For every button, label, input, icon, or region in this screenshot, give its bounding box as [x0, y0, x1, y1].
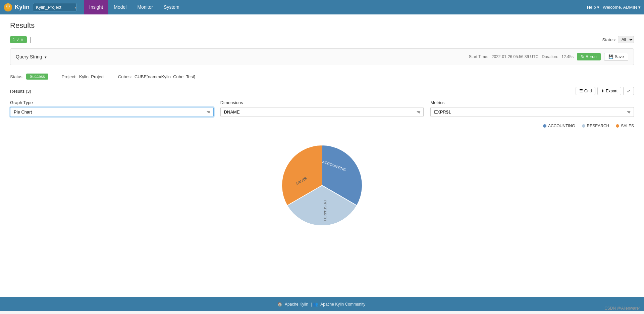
help-link[interactable]: Help ▾ [587, 5, 599, 10]
tab-1[interactable]: 1 ✓ ✕ [10, 36, 27, 43]
query-string-title[interactable]: Query String ▾ [16, 54, 47, 59]
legend-accounting: ACCOUNTING [543, 124, 575, 128]
chart-legend: ACCOUNTING RESEARCH SALES [10, 124, 634, 128]
status-badge: Success [26, 74, 48, 80]
navbar: Kylin Kylin_Project Insight Model Monito… [0, 0, 644, 14]
welcome-label: Welcome, ADMIN ▾ [603, 5, 641, 10]
export-button[interactable]: ⬆ Export [597, 87, 621, 95]
legend-research-dot [582, 124, 585, 128]
project-label: Project: [62, 74, 76, 79]
project-item: Project: Kylin_Project [62, 74, 105, 79]
footer: 🏠 Apache Kylin | 👥 Apache Kylin Communit… [0, 297, 644, 311]
svg-point-5 [9, 5, 10, 6]
nav-items: Insight Model Monitor System [84, 0, 185, 14]
graph-type-select[interactable]: Pie Chart [10, 107, 214, 117]
project-select[interactable]: Kylin_Project [33, 3, 76, 11]
chart-container: ACCOUNTING RESEARCH SALES [10, 132, 634, 239]
status-row: Status: Success Project: Kylin_Project C… [10, 70, 634, 83]
footer-home-icon: 🏠 [277, 302, 282, 307]
footer-apache-kylin-link[interactable]: Apache Kylin [285, 302, 308, 307]
rerun-button[interactable]: ↻ Rerun [577, 53, 601, 60]
metrics-label: Metrics [430, 100, 634, 105]
results-count-label: Results (3) [10, 89, 31, 94]
save-button[interactable]: 💾 Save [604, 53, 628, 61]
legend-accounting-dot [543, 124, 546, 128]
start-time-label: Start Time: [469, 54, 488, 59]
legend-research: RESEARCH [582, 124, 609, 128]
legend-research-label: RESEARCH [587, 124, 609, 128]
results-section-header: Results (3) ☰ Grid ⬆ Export ⤢ [10, 87, 634, 95]
graph-controls: Graph Type Pie Chart Dimensions DNAME Me… [10, 100, 634, 117]
cubes-item: Cubes: CUBE[name=Kylin_Cube_Test] [118, 74, 195, 79]
status-filter-label: Status: [602, 37, 616, 42]
footer-community-icon: 👥 [313, 302, 318, 307]
export-icon: ⬆ [601, 89, 604, 93]
graph-type-label: Graph Type [10, 100, 214, 105]
svg-point-4 [6, 5, 7, 6]
navbar-right: Help ▾ Welcome, ADMIN ▾ [587, 5, 641, 10]
query-arrow-icon: ▾ [45, 55, 47, 59]
status-item: Status: Success [10, 74, 48, 80]
project-value: Kylin_Project [79, 74, 105, 79]
pie-label-research: RESEARCH [323, 200, 327, 221]
nav-item-model[interactable]: Model [108, 0, 132, 14]
dimensions-select[interactable]: DNAME [220, 107, 424, 117]
graph-type-group: Graph Type Pie Chart [10, 100, 214, 117]
status-item-label: Status: [10, 74, 23, 79]
query-section: Query String ▾ Start Time: 2022-01-26 05… [10, 48, 634, 65]
duration-value: 12.45s [561, 54, 574, 59]
metrics-select[interactable]: EXPR$1 [430, 107, 634, 117]
metrics-group: Metrics EXPR$1 [430, 100, 634, 117]
status-filter-select[interactable]: All [618, 36, 634, 43]
query-header: Query String ▾ Start Time: 2022-01-26 05… [16, 53, 628, 61]
footer-community-link[interactable]: Apache Kylin Community [320, 302, 365, 307]
legend-sales: SALES [616, 124, 634, 128]
tab-check-icon: ✓ [16, 37, 20, 42]
legend-accounting-label: ACCOUNTING [548, 124, 575, 128]
grid-icon: ☰ [579, 89, 583, 93]
duration-label: Duration: [542, 54, 558, 59]
results-actions: ☰ Grid ⬆ Export ⤢ [576, 87, 634, 95]
cubes-label: Cubes: [118, 74, 132, 79]
legend-sales-label: SALES [621, 124, 634, 128]
tab-add-button[interactable]: | [28, 36, 33, 43]
pie-chart: ACCOUNTING RESEARCH SALES [275, 138, 369, 232]
expand-button[interactable]: ⤢ [623, 87, 634, 95]
dimensions-label: Dimensions [220, 100, 424, 105]
brand-name: Kylin [15, 4, 30, 11]
nav-item-insight[interactable]: Insight [84, 0, 108, 14]
main-content: Results 1 ✓ ✕ | Status: All Query String… [0, 14, 644, 297]
legend-sales-dot [616, 124, 619, 128]
query-meta: Start Time: 2022-01-26 05:56:39 UTC Dura… [469, 53, 628, 61]
kylin-logo [3, 3, 13, 12]
watermark: CSDN @Alienware^ [604, 306, 641, 311]
expand-icon: ⤢ [627, 89, 630, 93]
nav-item-monitor[interactable]: Monitor [132, 0, 158, 14]
brand: Kylin [3, 3, 30, 12]
tab-number: 1 [13, 37, 15, 42]
save-icon: 💾 [608, 54, 613, 59]
dimensions-group: Dimensions DNAME [220, 100, 424, 117]
tab-close-button[interactable]: ✕ [20, 38, 24, 42]
rerun-icon: ↻ [581, 54, 584, 59]
grid-button[interactable]: ☰ Grid [576, 87, 596, 95]
results-title: Results [10, 21, 35, 30]
start-time-value: 2022-01-26 05:56:39 UTC [492, 54, 538, 59]
cubes-value: CUBE[name=Kylin_Cube_Test] [135, 74, 195, 79]
nav-item-system[interactable]: System [158, 0, 185, 14]
